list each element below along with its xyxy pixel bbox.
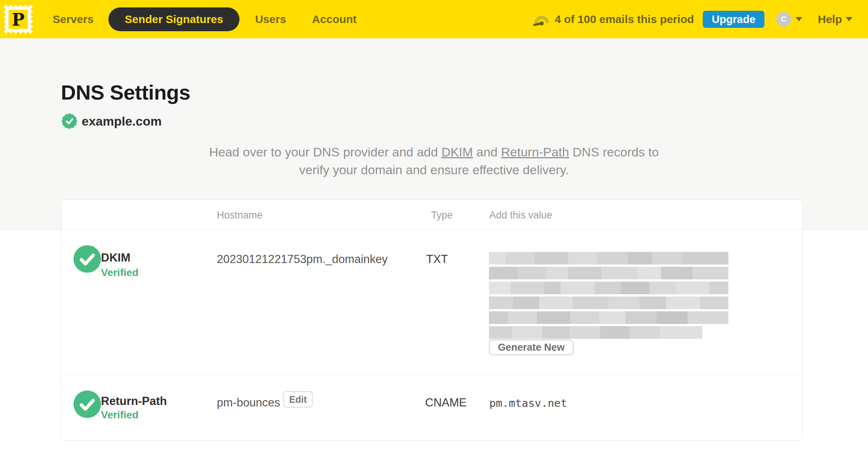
redacted-line <box>489 267 728 279</box>
redacted-line <box>489 252 728 265</box>
dns-instructions: Head over to your DNS provider and add D… <box>0 143 868 179</box>
help-menu[interactable]: Help <box>818 13 852 26</box>
nav-item-servers[interactable]: Servers <box>53 13 94 26</box>
record-hostname: pm-bounces <box>217 396 280 409</box>
nav-item-users[interactable]: Users <box>255 13 286 26</box>
record-name: DKIM <box>101 251 130 265</box>
description-text: and <box>473 145 501 159</box>
nav-right-group: 4 of 100 emails this period Upgrade C He… <box>533 11 852 28</box>
logo-letter: P <box>12 10 25 30</box>
avatar[interactable]: C <box>776 12 791 27</box>
page-title: DNS Settings <box>0 38 868 103</box>
check-circle-icon <box>74 245 101 273</box>
top-nav: P Servers Sender Signatures Users Accoun… <box>0 0 868 38</box>
generate-new-button[interactable]: Generate New <box>489 340 574 355</box>
status-badge: Verified <box>101 267 138 279</box>
return-path-link[interactable]: Return-Path <box>501 145 569 159</box>
record-value: pm.mtasv.net <box>489 397 567 409</box>
dkim-link[interactable]: DKIM <box>441 145 473 159</box>
help-caret-down-icon <box>846 17 852 21</box>
record-type: TXT <box>426 253 448 266</box>
description-text: Head over to your DNS provider and add <box>209 145 441 159</box>
column-header-add-this-value: Add this value <box>489 210 552 221</box>
redacted-line <box>489 282 728 294</box>
help-label: Help <box>818 13 842 26</box>
column-header-type: Type <box>431 210 453 221</box>
table-row-return-path: Return-Path Verified pm-bounces Edit CNA… <box>61 374 802 440</box>
description-text-line2: verify your domain and ensure effective … <box>0 161 868 179</box>
dkim-value-redacted <box>489 252 728 341</box>
gauge-icon <box>533 12 550 27</box>
edit-button[interactable]: Edit <box>283 391 313 408</box>
verified-seal-icon <box>61 113 78 130</box>
record-name: Return-Path <box>101 395 167 408</box>
status-badge: Verified <box>101 409 138 421</box>
redacted-line <box>489 311 728 324</box>
record-hostname: 20230121221753pm._domainkey <box>217 253 388 266</box>
avatar-caret-down-icon[interactable] <box>796 17 802 21</box>
record-type: CNAME <box>425 396 467 409</box>
domain-name: example.com <box>82 114 161 129</box>
column-header-hostname: Hostname <box>217 210 262 221</box>
upgrade-button[interactable]: Upgrade <box>703 11 764 28</box>
redacted-line <box>489 296 728 309</box>
domain-row: example.com <box>61 113 868 130</box>
redacted-line <box>489 326 702 339</box>
postmark-logo-icon[interactable]: P <box>4 5 33 34</box>
table-header-row: Hostname Type Add this value <box>61 200 802 230</box>
nav-item-account[interactable]: Account <box>312 13 357 26</box>
dns-records-card: Hostname Type Add this value DKIM Verifi… <box>61 200 803 441</box>
check-circle-icon <box>74 390 101 418</box>
usage-meter-text: 4 of 100 emails this period <box>555 13 694 26</box>
description-text: DNS records to <box>569 145 659 159</box>
table-row-dkim: DKIM Verified 20230121221753pm._domainke… <box>61 230 802 374</box>
nav-item-sender-signatures[interactable]: Sender Signatures <box>108 7 239 31</box>
